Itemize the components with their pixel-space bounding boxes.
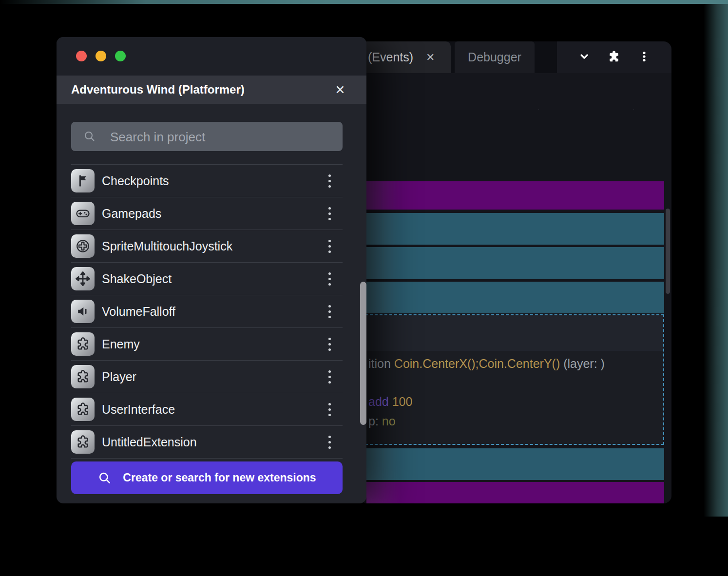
extension-list-item[interactable]: Enemy	[71, 328, 343, 361]
events-editor-window: (Events) ✕ Debugger	[359, 41, 671, 503]
gamepad-icon	[71, 202, 95, 225]
extension-list-item[interactable]: Player	[71, 361, 343, 393]
event-row-teal[interactable]	[366, 282, 664, 313]
project-title: Adventurous Wind (Platformer)	[71, 76, 245, 104]
chevron-down-icon[interactable]	[577, 50, 591, 65]
kebab-icon[interactable]	[328, 174, 331, 188]
extension-list: CheckpointsGamepadsSpriteMultitouchJoyst…	[71, 164, 343, 459]
window-controls	[557, 41, 671, 73]
event-row-purple[interactable]	[366, 181, 664, 210]
event-action-text[interactable]: p: no	[368, 414, 396, 428]
screenshot-stage: (Events) ✕ Debugger	[0, 0, 728, 576]
kebab-icon[interactable]	[328, 272, 331, 286]
speaker-icon	[71, 300, 95, 323]
event-row-teal[interactable]	[366, 247, 664, 279]
create-extension-label: Create or search for new extensions	[123, 471, 316, 484]
create-extension-button[interactable]: Create or search for new extensions	[71, 461, 343, 494]
extension-list-item[interactable]: ShakeObject	[71, 263, 343, 295]
extension-label: VolumeFalloff	[102, 305, 328, 319]
window-titlebar	[57, 37, 366, 76]
extension-label: UntitledExtension	[102, 435, 328, 449]
panel-header: Adventurous Wind (Platformer) ✕	[57, 76, 366, 104]
events-scrollbar[interactable]	[666, 209, 670, 294]
extension-list-item[interactable]: SpriteMultitouchJoystick	[71, 230, 343, 263]
extension-label: Gamepads	[102, 207, 328, 221]
kebab-icon[interactable]	[328, 370, 331, 384]
puzzle-icon	[71, 332, 95, 356]
kebab-icon[interactable]	[328, 240, 331, 253]
event-action-text[interactable]: ition Coin.CenterX();Coin.CenterY() (lay…	[368, 357, 605, 371]
extension-label: ShakeObject	[102, 272, 328, 286]
puzzle-icon	[71, 430, 95, 454]
project-manager-panel: Adventurous Wind (Platformer) ✕ Checkpoi…	[57, 37, 366, 503]
extension-list-item[interactable]: Gamepads	[71, 197, 343, 230]
kebab-icon[interactable]	[637, 50, 651, 65]
close-icon[interactable]: ✕	[332, 76, 348, 104]
panel-scrollbar[interactable]	[360, 282, 366, 425]
puzzle-icon	[71, 365, 95, 388]
search-input[interactable]	[109, 122, 335, 152]
close-icon[interactable]: ✕	[426, 51, 435, 64]
event-row-purple[interactable]	[366, 482, 664, 503]
traffic-light-minimize-button[interactable]	[96, 51, 106, 61]
extension-label: Enemy	[102, 337, 328, 351]
tab-events[interactable]: (Events) ✕	[359, 41, 451, 73]
extension-list-item[interactable]: UserInterface	[71, 393, 343, 426]
events-toolbar	[359, 73, 671, 110]
extension-label: SpriteMultitouchJoystick	[102, 239, 328, 253]
tab-events-label: (Events)	[368, 50, 413, 64]
event-row-teal[interactable]	[366, 213, 664, 245]
project-search-box[interactable]	[71, 122, 343, 151]
kebab-icon[interactable]	[328, 305, 331, 318]
puzzle-icon[interactable]	[607, 49, 621, 66]
selected-event[interactable]: ition Coin.CenterX();Coin.CenterY() (lay…	[365, 314, 664, 445]
extension-label: Player	[102, 370, 328, 384]
backdrop-right-edge	[704, 0, 728, 517]
kebab-icon[interactable]	[328, 403, 331, 416]
event-row-teal[interactable]	[366, 448, 664, 480]
extension-list-item[interactable]: UntitledExtension	[71, 426, 343, 459]
move-icon	[71, 267, 95, 290]
extension-list-item[interactable]: VolumeFalloff	[71, 295, 343, 328]
traffic-light-zoom-button[interactable]	[115, 51, 126, 61]
dpad-icon	[71, 234, 95, 258]
search-icon	[97, 471, 112, 485]
traffic-light-close-button[interactable]	[76, 51, 87, 61]
flag-icon	[71, 169, 95, 192]
backdrop-top-edge	[0, 0, 728, 4]
kebab-icon[interactable]	[328, 207, 331, 220]
tab-debugger[interactable]: Debugger	[455, 41, 535, 73]
extension-label: Checkpoints	[102, 174, 328, 188]
puzzle-icon	[71, 398, 95, 421]
kebab-icon[interactable]	[328, 436, 331, 449]
extension-label: UserInterface	[102, 403, 328, 417]
search-icon	[83, 130, 96, 143]
tab-bar: (Events) ✕ Debugger	[359, 41, 671, 73]
extension-list-item[interactable]: Checkpoints	[71, 165, 343, 197]
tab-debugger-label: Debugger	[468, 50, 521, 64]
event-condition-area[interactable]	[366, 315, 663, 351]
events-sheet: ition Coin.CenterX();Coin.CenterY() (lay…	[359, 110, 671, 503]
kebab-icon[interactable]	[328, 338, 331, 351]
event-action-text[interactable]: add 100	[368, 395, 412, 409]
